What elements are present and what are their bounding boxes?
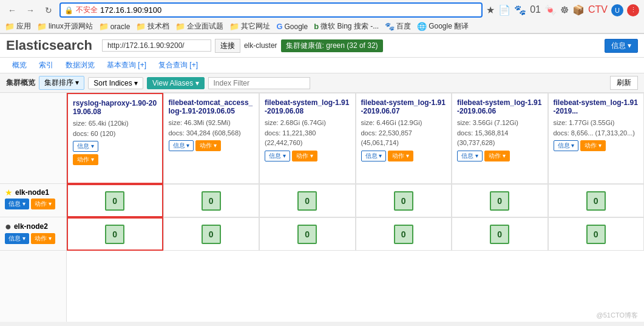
tab-basic-query[interactable]: 基本查询 [+] (101, 58, 152, 73)
section-label: 集群概览 (6, 78, 35, 88)
addon-icon1: 🐾 (514, 4, 526, 16)
bookmark-baidu[interactable]: 🐾 百度 (385, 21, 411, 32)
index-size-1: size: 46.3Mi (92.5Mi) (169, 118, 254, 128)
bookmark-interview[interactable]: 📁 企业面试题 (175, 21, 223, 32)
index-docs-0: docs: 60 (120) (73, 129, 157, 139)
connection-url-input[interactable] (102, 39, 211, 52)
node1-info-button[interactable]: 信息 ▾ (5, 199, 29, 209)
shard-box-node2-2: 0 (297, 225, 317, 244)
tab-indices[interactable]: 索引 (33, 58, 59, 73)
sidebar: ★ elk-node1 信息 ▾ 动作 ▾ ● elk-node2 信息 ▾ 动… (0, 93, 67, 322)
index4-info-button[interactable]: 信息 ▾ (457, 151, 483, 161)
browser-chrome: ← → ↻ 🔒 不安全 ★ 📄 🐾 01 🍬 ☸ 📦 CTV U ⋮ 📁 应用 … (0, 0, 644, 34)
node2-action-button[interactable]: 动作 ▾ (31, 233, 55, 244)
index-size-0: size: 65.4ki (120ki) (73, 118, 157, 129)
tab-data-browse[interactable]: 数据浏览 (59, 58, 101, 73)
sort-indices-button[interactable]: Sort Indices ▾ (88, 77, 143, 89)
bookmark-google[interactable]: G Google (276, 22, 308, 31)
toolbar: 集群概览 集群排序 ▾ Sort Indices ▾ View Aliases … (0, 73, 644, 93)
index1-info-button[interactable]: 信息 ▾ (169, 140, 194, 151)
shard-box-node2-0: 0 (105, 225, 124, 244)
tab-overview[interactable]: 概览 (6, 58, 33, 73)
menu-icon[interactable]: ⋮ (627, 4, 639, 16)
bookmark-other-label: 其它网址 (241, 21, 270, 32)
index0-info-button[interactable]: 信息 ▾ (73, 141, 98, 152)
bookmark-linux[interactable]: 📁 linux开源网站 (37, 21, 93, 32)
index-docs-4: docs: 15,368,814 (30,737,628) (457, 128, 543, 148)
index3-action-button[interactable]: 动作 ▾ (388, 151, 413, 161)
index3-info-button[interactable]: 信息 ▾ (361, 151, 387, 161)
node1-action-button[interactable]: 动作 ▾ (31, 199, 55, 209)
shard-node1-5: 0 (548, 184, 645, 217)
star-icon[interactable]: ★ (486, 4, 495, 16)
back-button[interactable]: ← (5, 3, 19, 18)
index5-action-button[interactable]: 动作 ▾ (580, 140, 606, 151)
shard-node1-3: 0 (356, 184, 452, 217)
oracle-folder-icon: 📁 (99, 22, 109, 31)
bookmark-baidu-label: 百度 (396, 21, 411, 32)
pdf-icon: 📄 (498, 4, 510, 16)
shard-node1-4: 0 (452, 184, 548, 217)
shard-node2-5: 0 (548, 217, 645, 251)
bookmark-interview-label: 企业面试题 (187, 21, 223, 32)
connection-bar: 连接 elk-cluster 集群健康值: green (32 of 32) (102, 39, 383, 53)
cluster-sort-button[interactable]: 集群排序 ▾ (39, 76, 84, 90)
index-header-4: filebeat-system_log-1.91-2019.06.06 size… (452, 93, 548, 184)
apps-folder-icon: 📁 (5, 22, 15, 31)
browser-bookmarks: 📁 应用 📁 linux开源网站 📁 oracle 📁 技术档 📁 企业面试题 … (0, 20, 644, 33)
shard-box-node1-5: 0 (586, 191, 606, 211)
shard-box-node1-4: 0 (490, 191, 509, 211)
app-info-button[interactable]: 信息 ▾ (605, 39, 638, 53)
index1-action-button[interactable]: 动作 ▾ (195, 140, 221, 151)
index-header-0: rsyslog-haproxy-1.90-2019.06.08 size: 65… (67, 93, 163, 184)
bookmark-bing[interactable]: b 微软 Bing 搜索 -... (314, 21, 379, 32)
node2-name: elk-node2 (14, 222, 48, 231)
translate-icon: 🌐 (417, 22, 427, 31)
addon-icon4: ☸ (560, 4, 569, 16)
baidu-paw-icon: 🐾 (385, 22, 395, 31)
view-aliases-button[interactable]: View Aliases ▾ (147, 77, 204, 89)
shard-box-node1-1: 0 (202, 191, 221, 211)
shard-node2-1: 0 (163, 217, 260, 251)
shard-node2-0: 0 (67, 217, 163, 251)
cluster-name: elk-cluster (244, 41, 277, 50)
index-name-5: filebeat-system_log-1.91-2019... (554, 98, 639, 115)
tech-folder-icon: 📁 (136, 22, 146, 31)
address-bar: 🔒 不安全 (59, 2, 483, 18)
index5-info-button[interactable]: 信息 ▾ (554, 140, 579, 151)
connect-button[interactable]: 连接 (215, 39, 240, 53)
refresh-button[interactable]: 刷新 (610, 76, 638, 90)
refresh-button[interactable]: ↻ (41, 3, 56, 18)
bookmark-tech-label: 技术档 (147, 21, 169, 32)
tab-complex-query[interactable]: 复合查询 [+] (152, 58, 204, 73)
bing-icon: b (314, 22, 319, 31)
bookmark-tech[interactable]: 📁 技术档 (136, 21, 169, 32)
shard-box-node1-3: 0 (394, 191, 413, 211)
index-size-4: size: 3.56Gi (7.12Gi) (457, 118, 543, 128)
google-g-icon: G (276, 22, 282, 31)
cluster-health-badge: 集群健康值: green (32 of 32) (281, 39, 383, 52)
bookmark-other[interactable]: 📁 其它网址 (229, 21, 270, 32)
index-grid: rsyslog-haproxy-1.90-2019.06.08 size: 65… (67, 93, 644, 251)
user-icon[interactable]: U (611, 4, 623, 16)
index-name-1: filebeat-tomcat_access_log-1.91-2019.06.… (169, 98, 254, 115)
index-filter-input[interactable] (208, 77, 310, 89)
index-docs-5: docs: 8,656... (17,313,20...) (554, 128, 639, 138)
node2-info-button[interactable]: 信息 ▾ (5, 233, 29, 244)
node1-name: elk-node1 (15, 188, 49, 197)
index-docs-3: docs: 22,530,857 (45,061,714) (361, 128, 447, 148)
index2-info-button[interactable]: 信息 ▾ (265, 151, 290, 161)
forward-button[interactable]: → (23, 3, 38, 18)
index0-action-button[interactable]: 动作 ▾ (73, 154, 98, 165)
bookmark-apps[interactable]: 📁 应用 (5, 21, 31, 32)
index4-action-button[interactable]: 动作 ▾ (484, 151, 510, 161)
bookmark-translate[interactable]: 🌐 Google 翻译 (417, 21, 469, 32)
index2-action-button[interactable]: 动作 ▾ (292, 151, 317, 161)
address-input[interactable] (100, 5, 478, 15)
shard-box-node1-2: 0 (297, 191, 317, 211)
bookmark-google-label: Google (285, 22, 308, 31)
interview-folder-icon: 📁 (175, 22, 185, 31)
bookmark-oracle[interactable]: 📁 oracle (99, 22, 130, 31)
app-title: Elasticsearch (6, 38, 92, 53)
shard-node1-1: 0 (163, 184, 260, 217)
